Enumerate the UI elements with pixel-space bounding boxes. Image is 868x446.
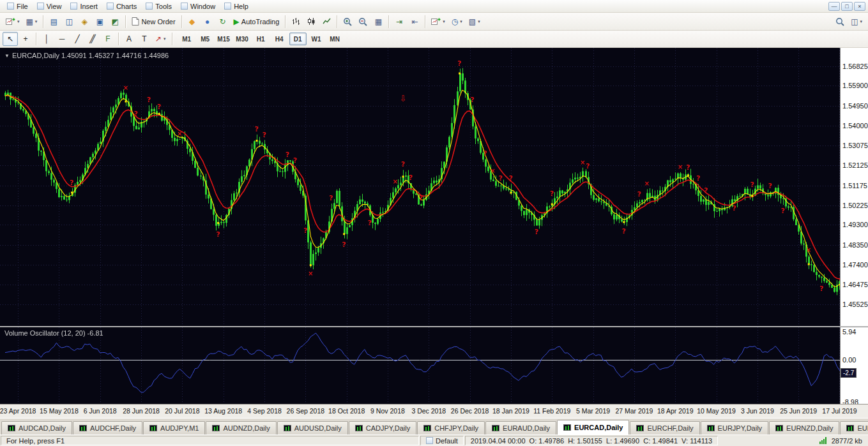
restore-button[interactable]: □ bbox=[841, 2, 853, 11]
chart-bars-button[interactable] bbox=[288, 15, 303, 29]
timeframe-m5-button[interactable]: M5 bbox=[197, 33, 214, 45]
price-scale-label: 1.53075 bbox=[842, 142, 868, 149]
tab-eurchf[interactable]: EURCHF,Daily bbox=[630, 421, 699, 435]
timeframe-w1-button[interactable]: W1 bbox=[308, 33, 325, 45]
timeframe-d1-button[interactable]: D1 bbox=[289, 33, 307, 45]
tab-audcad[interactable]: AUDCAD,Daily bbox=[1, 421, 72, 435]
timeframe-h1-button[interactable]: H1 bbox=[252, 33, 270, 45]
data-window-button[interactable]: ◫ bbox=[61, 15, 77, 29]
time-axis-label: 27 Mar 2019 bbox=[615, 407, 653, 415]
mql5-button[interactable]: ● bbox=[200, 15, 215, 29]
tab-eurjpy[interactable]: EURJPY,Daily bbox=[701, 421, 769, 435]
minimize-button[interactable]: — bbox=[828, 2, 840, 11]
strategy-tester-button[interactable]: ◩ bbox=[107, 15, 123, 29]
tab-label: AUDCHF,Daily bbox=[90, 424, 136, 432]
symbol-ohlc-text: EURCAD,Daily 1.45091 1.45327 1.44716 1.4… bbox=[12, 52, 169, 59]
chart-symbol-label: ▼EURCAD,Daily 1.45091 1.45327 1.44716 1.… bbox=[4, 52, 169, 59]
time-axis-label: 18 Oct 2018 bbox=[328, 407, 365, 415]
menu-file[interactable]: File bbox=[3, 1, 33, 11]
oscillator-label: Volume Oscillator (12, 20) -6.81 bbox=[4, 329, 103, 337]
chart-candles-button[interactable] bbox=[303, 15, 319, 29]
arrows-button[interactable]: ↗▾ bbox=[152, 32, 169, 46]
price-chart-canvas[interactable] bbox=[0, 48, 840, 404]
tab-eurcad[interactable]: EURCAD,Daily bbox=[557, 420, 629, 435]
dropdown-caret-icon: ▾ bbox=[164, 36, 166, 41]
price-scale-label: 1.45525 bbox=[842, 301, 868, 308]
menu-charts[interactable]: Charts bbox=[102, 1, 141, 11]
dropdown-caret-icon: ▾ bbox=[35, 19, 38, 24]
chart-shift-button[interactable]: ⇤ bbox=[407, 15, 422, 29]
close-button[interactable]: × bbox=[854, 2, 865, 11]
channel-button[interactable]: ╱╱ bbox=[85, 32, 100, 46]
new-order-button[interactable]: New Order bbox=[128, 15, 178, 29]
menu-help[interactable]: Help bbox=[220, 1, 253, 11]
menu-window[interactable]: Window bbox=[176, 1, 220, 11]
templates-button[interactable]: ▧▾ bbox=[466, 15, 483, 29]
search-button[interactable] bbox=[832, 15, 848, 29]
menu-view[interactable]: View bbox=[33, 1, 66, 11]
periods-button[interactable]: ◷▾ bbox=[448, 15, 466, 29]
new-order-label: New Order bbox=[141, 18, 175, 26]
chart-profile-button[interactable]: ◫▾ bbox=[848, 15, 865, 29]
vertical-line-button[interactable]: │ bbox=[39, 32, 54, 46]
cursor-icon: ↖ bbox=[7, 35, 13, 43]
metaeditor-button[interactable]: ◆ bbox=[185, 15, 200, 29]
timeframe-m1-button[interactable]: M1 bbox=[178, 33, 195, 45]
crosshair-button[interactable]: + bbox=[18, 32, 33, 46]
price-scale-label: 1.46475 bbox=[842, 281, 868, 288]
dropdown-caret-icon: ▾ bbox=[460, 19, 462, 24]
cursor-button[interactable]: ↖ bbox=[3, 32, 18, 46]
chart-window[interactable]: ▼EURCAD,Daily 1.45091 1.45327 1.44716 1.… bbox=[0, 48, 868, 418]
price-scale[interactable]: 1.568251.559001.549501.540001.530751.521… bbox=[840, 48, 868, 404]
price-scale-label: 1.47400 bbox=[842, 261, 868, 269]
profiles-icon: ▦ bbox=[26, 18, 33, 26]
tile-windows-button[interactable]: ▦ bbox=[370, 15, 386, 29]
timeframe-h4-button[interactable]: H4 bbox=[271, 33, 288, 45]
zoom-out-button[interactable] bbox=[355, 15, 370, 29]
chart-candles-icon bbox=[307, 17, 316, 26]
tab-audnzd[interactable]: AUDNZD,Daily bbox=[206, 421, 276, 435]
auto-scroll-button[interactable]: ⇥ bbox=[392, 15, 407, 29]
text-button[interactable]: A bbox=[121, 32, 137, 46]
toolbar-separator bbox=[36, 33, 36, 45]
tab-eurnzd[interactable]: EURNZD,Daily bbox=[769, 421, 839, 435]
trendline-button[interactable]: ╱ bbox=[70, 32, 85, 46]
chart-thumbnail-icon bbox=[846, 425, 854, 431]
autotrading-button[interactable]: ▶AutoTrading bbox=[231, 15, 283, 29]
time-axis-label: 3 Jun 2019 bbox=[741, 407, 774, 415]
horizontal-line-button[interactable]: ─ bbox=[54, 32, 70, 46]
tab-audusd[interactable]: AUDUSD,Daily bbox=[277, 421, 348, 435]
autotrading-label: AutoTrading bbox=[241, 18, 280, 26]
pane-splitter[interactable] bbox=[0, 326, 868, 327]
time-axis[interactable]: 23 Apr 201815 May 20186 Jun 201828 Jun 2… bbox=[0, 404, 868, 418]
toolbar-separator bbox=[337, 15, 337, 28]
indicators-button[interactable]: ▾ bbox=[428, 15, 448, 29]
tab-eurgbp[interactable]: EURGBP,Daily bbox=[840, 421, 868, 435]
tab-euraud[interactable]: EURAUD,Daily bbox=[485, 421, 556, 435]
fibonacci-button[interactable]: F bbox=[100, 32, 116, 46]
zoom-in-button[interactable] bbox=[340, 15, 355, 29]
menu-insert[interactable]: Insert bbox=[66, 1, 102, 11]
status-bar-info: 2019.04.04 00:00 O: 1.49786 H: 1.50155 L… bbox=[465, 436, 718, 445]
status-profile[interactable]: Default bbox=[420, 436, 464, 445]
tab-cadjpy[interactable]: CADJPY,Daily bbox=[349, 421, 417, 435]
timeframe-m30-button[interactable]: M30 bbox=[234, 33, 251, 45]
new-chart-button[interactable]: ▾ bbox=[3, 15, 23, 29]
terminal-button[interactable]: ▣ bbox=[92, 15, 107, 29]
profiles-button[interactable]: ▦▾ bbox=[23, 15, 41, 29]
toolbar-separator bbox=[181, 15, 182, 28]
tab-audchf[interactable]: AUDCHF,Daily bbox=[73, 421, 142, 435]
chart-shift-icon: ⇤ bbox=[411, 18, 418, 26]
market-watch-button[interactable]: ▤ bbox=[46, 15, 61, 29]
timeframe-mn-button[interactable]: MN bbox=[326, 33, 344, 45]
chart-line-button[interactable] bbox=[319, 15, 334, 29]
refresh-button[interactable]: ↻ bbox=[215, 15, 231, 29]
timeframe-m15-button[interactable]: M15 bbox=[215, 33, 232, 45]
horizontal-line-icon: ─ bbox=[59, 35, 65, 43]
navigator-button[interactable]: ◈ bbox=[77, 15, 92, 29]
tab-chfjpy[interactable]: CHFJPY,Daily bbox=[417, 421, 485, 435]
tab-audjpy[interactable]: AUDJPY,M1 bbox=[143, 421, 205, 435]
menu-tools[interactable]: Tools bbox=[141, 1, 176, 11]
text-label-button[interactable]: T bbox=[137, 32, 152, 46]
oscillator-scale-label: 5.94 bbox=[842, 328, 856, 336]
